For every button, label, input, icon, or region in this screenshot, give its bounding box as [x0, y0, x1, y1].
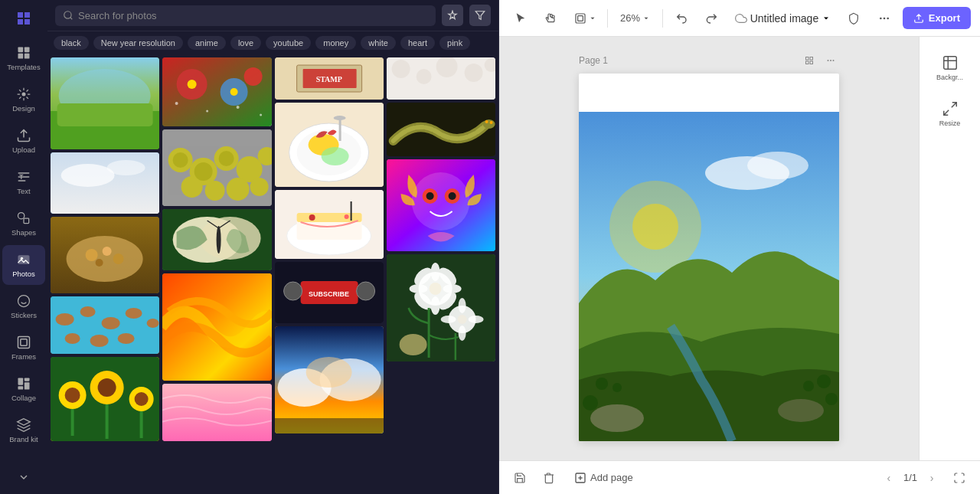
tag-anime[interactable]: anime [188, 36, 226, 50]
background-button[interactable]: Backgr... [924, 46, 976, 89]
photo-white-floral[interactable] [387, 57, 495, 100]
svg-rect-98 [350, 201, 351, 221]
doc-title-wrap[interactable]: Untitled image [730, 12, 835, 25]
sidebar-item-collage[interactable]: Collage [2, 369, 45, 409]
svg-point-29 [113, 254, 124, 264]
svg-point-162 [590, 404, 644, 432]
photo-coins[interactable] [162, 129, 271, 206]
svg-rect-0 [18, 47, 24, 53]
next-page-button[interactable]: › [922, 468, 942, 488]
svg-point-166 [803, 381, 814, 391]
export-button[interactable]: Export [903, 7, 971, 29]
svg-point-67 [205, 181, 225, 201]
svg-point-44 [98, 378, 116, 397]
zoom-control[interactable]: 26% [614, 9, 656, 27]
filter-button[interactable] [469, 5, 491, 26]
photo-sky[interactable] [51, 152, 159, 214]
sidebar-item-upload[interactable]: Upload [2, 121, 45, 161]
tag-pink[interactable]: pink [439, 36, 470, 50]
svg-rect-90 [338, 118, 341, 141]
search-input[interactable] [78, 10, 428, 21]
photo-sunflowers[interactable] [51, 357, 159, 441]
tag-black[interactable]: black [54, 36, 89, 50]
page-options-icon[interactable] [801, 52, 818, 69]
svg-text:SUBSCRIBE: SUBSCRIBE [309, 290, 349, 298]
sidebar-item-text[interactable]: T Text [2, 162, 45, 202]
search-bar [47, 0, 498, 31]
fullscreen-button[interactable] [948, 466, 971, 489]
photo-stamp[interactable]: STAMP [275, 57, 384, 100]
photo-chicken-pattern[interactable] [51, 296, 159, 354]
photo-pink-fabric[interactable] [162, 384, 271, 441]
photo-dessert[interactable] [275, 190, 384, 259]
svg-point-57 [206, 110, 208, 113]
photo-butterfly[interactable] [162, 209, 271, 270]
tag-youtube[interactable]: youtube [266, 36, 311, 50]
tag-love[interactable]: love [230, 36, 261, 50]
shield-button[interactable] [841, 6, 866, 31]
more-options-button[interactable] [872, 6, 897, 31]
svg-point-68 [227, 178, 250, 201]
hand-tool-button[interactable] [539, 6, 564, 31]
delete-button[interactable] [537, 466, 560, 489]
svg-rect-150 [806, 57, 809, 61]
tag-new-year[interactable]: New year resolution [93, 36, 183, 50]
sidebar-item-shapes[interactable]: Shapes [2, 204, 45, 244]
photo-food-plate[interactable] [275, 103, 384, 187]
svg-point-72 [219, 151, 234, 166]
svg-point-168 [583, 395, 598, 411]
page-container: Page 1 [579, 52, 839, 441]
add-page-button[interactable]: Add page [567, 468, 641, 488]
sidebar-item-brand[interactable]: Brand kit [2, 411, 45, 450]
svg-rect-12 [21, 339, 27, 345]
svg-point-147 [880, 17, 882, 19]
undo-button[interactable] [669, 6, 694, 31]
canvas-workspace[interactable]: Page 1 [499, 37, 919, 460]
frame-view-button[interactable] [570, 6, 601, 31]
svg-point-124 [448, 192, 456, 200]
toolbar-spacer: Untitled image [730, 12, 835, 25]
photo-white-flowers[interactable] [387, 254, 495, 362]
select-tool-button[interactable] [508, 6, 533, 31]
svg-point-161 [747, 152, 808, 179]
redo-button[interactable] [700, 6, 724, 31]
tag-heart[interactable]: heart [400, 36, 435, 50]
svg-rect-170 [943, 56, 956, 69]
photo-orange-swirl[interactable] [162, 273, 271, 381]
resize-button[interactable]: Resize [924, 92, 976, 135]
sidebar-item-design[interactable]: Design [2, 80, 45, 119]
svg-point-33 [80, 306, 96, 317]
svg-point-76 [217, 226, 221, 254]
photo-col-2 [162, 57, 271, 491]
save-button[interactable] [508, 466, 531, 489]
app-logo[interactable] [11, 6, 36, 31]
svg-point-28 [103, 247, 112, 256]
photo-subscribe[interactable]: SUBSCRIBE [275, 262, 384, 323]
sidebar-collapse-btn[interactable] [2, 466, 45, 488]
svg-point-4 [22, 93, 26, 97]
prev-page-button[interactable]: ‹ [879, 468, 899, 488]
svg-point-137 [457, 315, 466, 324]
photo-xmas[interactable] [162, 57, 271, 126]
page-canvas[interactable] [579, 74, 839, 441]
ai-search-button[interactable] [442, 5, 463, 26]
svg-point-141 [468, 316, 483, 323]
tag-white[interactable]: white [361, 36, 396, 50]
svg-point-149 [887, 17, 889, 19]
canvas-area: 26% Untitled image [499, 0, 980, 494]
search-input-wrap[interactable] [55, 5, 436, 26]
svg-point-46 [135, 392, 149, 406]
tag-money[interactable]: money [315, 36, 356, 50]
photo-green-field[interactable] [51, 57, 159, 149]
svg-point-159 [632, 204, 678, 250]
photo-snake[interactable] [387, 103, 495, 156]
sidebar-item-frames[interactable]: Frames [2, 328, 45, 368]
sidebar-item-stickers[interactable]: Stickers [2, 286, 45, 326]
photo-bowl[interactable] [51, 217, 159, 293]
photo-sky-clouds[interactable] [275, 326, 384, 433]
sidebar-item-photos[interactable]: Photos [2, 245, 45, 285]
sidebar-item-templates[interactable]: Templates [2, 38, 45, 78]
svg-rect-21 [57, 103, 153, 126]
page-more-button[interactable] [822, 52, 839, 69]
photo-colorful-art[interactable] [387, 159, 495, 251]
